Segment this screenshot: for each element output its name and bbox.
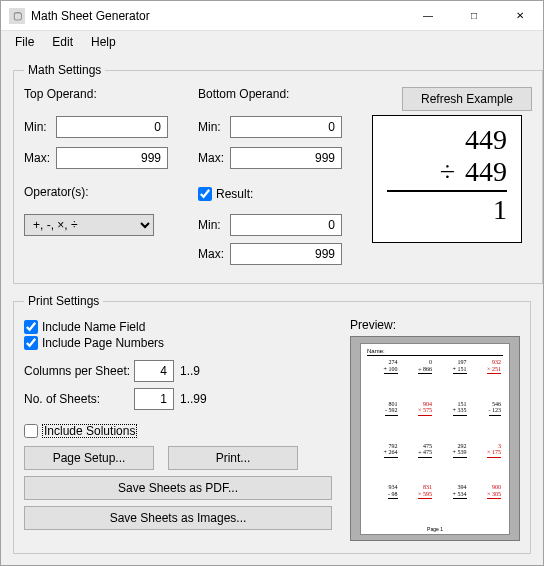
- bottom-min-input[interactable]: [230, 116, 342, 138]
- preview-problem: 546- 123: [471, 401, 504, 441]
- menubar: File Edit Help: [1, 31, 543, 53]
- result-min-label: Min:: [198, 218, 230, 232]
- window-controls: — □ ✕: [405, 1, 543, 31]
- sheets-input[interactable]: [134, 388, 174, 410]
- math-settings-group: Math Settings Top Operand: Bottom Operan…: [13, 63, 543, 284]
- example-top: 449: [465, 124, 507, 156]
- columns-input[interactable]: [134, 360, 174, 382]
- preview-problem: 475÷ 475: [402, 443, 435, 483]
- preview-frame: Name: 274+ 1000÷ 866197+ 151932× 251801-…: [350, 336, 520, 541]
- bottom-operand-label: Bottom Operand:: [198, 87, 358, 109]
- maximize-button[interactable]: □: [451, 1, 497, 31]
- include-solutions-checkbox-label[interactable]: Include Solutions: [24, 424, 332, 438]
- titlebar: ▢ Math Sheet Generator — □ ✕: [1, 1, 543, 31]
- top-max-input[interactable]: [56, 147, 168, 169]
- menu-edit[interactable]: Edit: [44, 33, 81, 51]
- result-max-input[interactable]: [230, 243, 342, 265]
- preview-problem: 932× 251: [471, 359, 504, 399]
- include-page-text: Include Page Numbers: [42, 336, 164, 350]
- include-name-text: Include Name Field: [42, 320, 145, 334]
- math-settings-legend: Math Settings: [24, 63, 105, 77]
- minimize-button[interactable]: —: [405, 1, 451, 31]
- bottom-max-label: Max:: [198, 151, 230, 165]
- columns-label: Columns per Sheet:: [24, 364, 134, 378]
- preview-problem: 274+ 100: [367, 359, 400, 399]
- preview-problem: 801- 592: [367, 401, 400, 441]
- window-title: Math Sheet Generator: [31, 9, 405, 23]
- preview-problem-grid: 274+ 1000÷ 866197+ 151932× 251801- 59290…: [367, 359, 503, 524]
- preview-page-number: Page 1: [367, 526, 503, 532]
- preview-problem: 792+ 264: [367, 443, 400, 483]
- print-settings-legend: Print Settings: [24, 294, 103, 308]
- client-area: Math Settings Top Operand: Bottom Operan…: [1, 53, 543, 565]
- sheets-label: No. of Sheets:: [24, 392, 134, 406]
- top-min-input[interactable]: [56, 116, 168, 138]
- example-result: 1: [493, 194, 507, 226]
- print-settings-group: Print Settings Include Name Field Includ…: [13, 294, 531, 554]
- print-button[interactable]: Print...: [168, 446, 298, 470]
- include-name-checkbox-label[interactable]: Include Name Field: [24, 320, 332, 334]
- sheets-hint: 1..99: [180, 392, 207, 406]
- result-checkbox-label[interactable]: Result:: [198, 187, 358, 201]
- menu-help[interactable]: Help: [83, 33, 124, 51]
- preview-label: Preview:: [350, 318, 520, 332]
- preview-problem: 394+ 534: [436, 484, 469, 524]
- include-solutions-checkbox[interactable]: [24, 424, 38, 438]
- result-label-text: Result:: [216, 187, 253, 201]
- include-page-checkbox[interactable]: [24, 336, 38, 350]
- operators-combo[interactable]: +, -, ×, ÷: [24, 214, 154, 236]
- page-setup-button[interactable]: Page Setup...: [24, 446, 154, 470]
- include-solutions-text: Include Solutions: [42, 424, 137, 438]
- preview-problem: 292+ 539: [436, 443, 469, 483]
- preview-problem: 197+ 151: [436, 359, 469, 399]
- include-name-checkbox[interactable]: [24, 320, 38, 334]
- bottom-max-input[interactable]: [230, 147, 342, 169]
- top-min-label: Min:: [24, 120, 56, 134]
- app-window: ▢ Math Sheet Generator — □ ✕ File Edit H…: [0, 0, 544, 566]
- preview-problem: 3× 175: [471, 443, 504, 483]
- top-operand-label: Top Operand:: [24, 87, 184, 109]
- columns-hint: 1..9: [180, 364, 200, 378]
- save-images-button[interactable]: Save Sheets as Images...: [24, 506, 332, 530]
- operators-label: Operator(s):: [24, 185, 184, 206]
- example-operator: ÷: [440, 156, 455, 188]
- preview-problem: 900× 305: [471, 484, 504, 524]
- preview-problem: 904× 575: [402, 401, 435, 441]
- preview-problem: 934- 98: [367, 484, 400, 524]
- bottom-min-label: Min:: [198, 120, 230, 134]
- app-icon: ▢: [9, 8, 25, 24]
- preview-page: Name: 274+ 1000÷ 866197+ 151932× 251801-…: [360, 343, 510, 535]
- menu-file[interactable]: File: [7, 33, 42, 51]
- refresh-example-button[interactable]: Refresh Example: [402, 87, 532, 111]
- preview-name-field: Name:: [367, 348, 503, 356]
- preview-problem: 831× 595: [402, 484, 435, 524]
- preview-problem: 0÷ 866: [402, 359, 435, 399]
- result-checkbox[interactable]: [198, 187, 212, 201]
- save-pdf-button[interactable]: Save Sheets as PDF...: [24, 476, 332, 500]
- close-button[interactable]: ✕: [497, 1, 543, 31]
- example-rule: [387, 190, 507, 192]
- top-max-label: Max:: [24, 151, 56, 165]
- include-page-checkbox-label[interactable]: Include Page Numbers: [24, 336, 332, 350]
- preview-problem: 151+ 335: [436, 401, 469, 441]
- example-bottom: 449: [465, 156, 507, 188]
- example-preview: 449 ÷ 449 1: [372, 115, 522, 243]
- result-min-input[interactable]: [230, 214, 342, 236]
- result-max-label: Max:: [198, 247, 230, 261]
